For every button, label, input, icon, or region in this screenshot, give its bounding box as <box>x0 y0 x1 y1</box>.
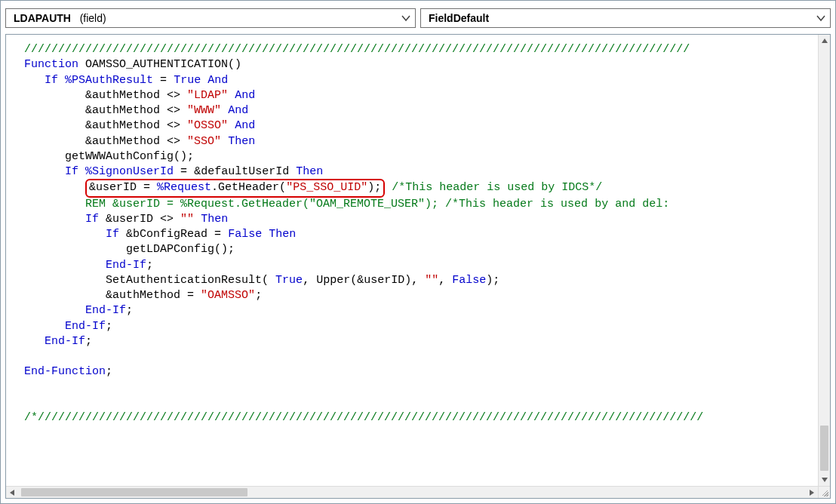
scroll-up-icon[interactable] <box>819 35 830 47</box>
event-dropdown-label: FieldDefault <box>429 12 489 24</box>
highlighted-line: &userID = %Request.GetHeader("PS_SSO_UID… <box>85 179 385 197</box>
code-content: ////////////////////////////////////////… <box>24 42 812 426</box>
horizontal-scrollbar[interactable] <box>6 486 818 498</box>
comment-bar: ////////////////////////////////////////… <box>24 43 690 56</box>
scroll-right-icon[interactable] <box>806 487 818 498</box>
code-editor[interactable]: ////////////////////////////////////////… <box>6 35 818 486</box>
code-editor-window: LDAPAUTH (field) FieldDefault //////////… <box>0 0 836 504</box>
scroll-down-icon[interactable] <box>819 474 830 486</box>
trailing-comment: /*//////////////////////////////////////… <box>24 411 703 424</box>
chevron-down-icon <box>401 14 410 22</box>
horizontal-scroll-thumb[interactable] <box>21 488 247 496</box>
chevron-down-icon <box>816 14 825 22</box>
vertical-scrollbar[interactable] <box>818 35 830 486</box>
object-dropdown-label: LDAPAUTH (field) <box>14 12 106 24</box>
object-selector-bar: LDAPAUTH (field) FieldDefault <box>1 1 835 32</box>
event-dropdown[interactable]: FieldDefault <box>420 8 831 28</box>
rem-line: REM &userID = %Request.GetHeader("OAM_RE… <box>85 198 669 211</box>
code-frame: ////////////////////////////////////////… <box>5 34 831 499</box>
scroll-left-icon[interactable] <box>6 487 18 498</box>
resize-grip-icon[interactable] <box>818 486 830 498</box>
vertical-scroll-thumb[interactable] <box>820 426 828 471</box>
object-dropdown[interactable]: LDAPAUTH (field) <box>5 8 416 28</box>
